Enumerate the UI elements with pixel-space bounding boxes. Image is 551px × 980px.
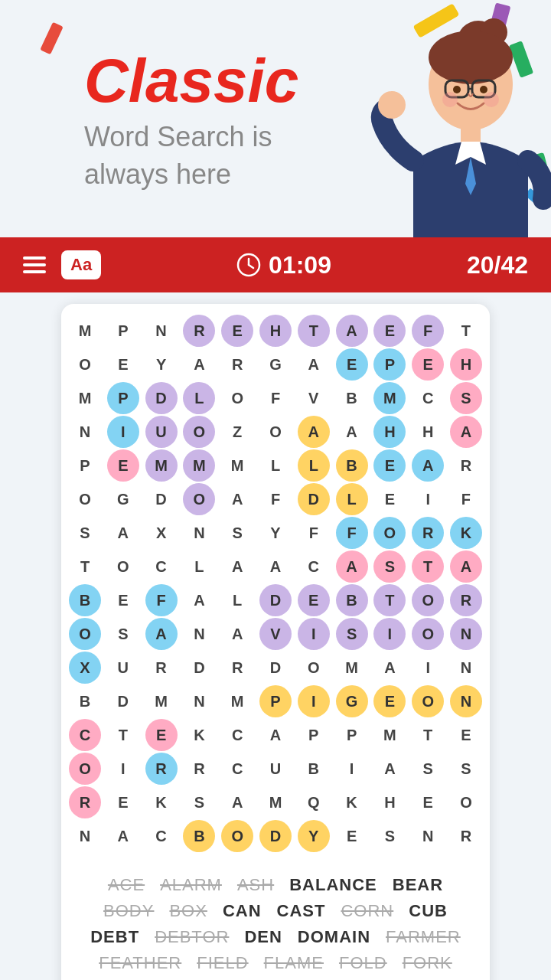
cell-11-10[interactable]: N bbox=[450, 685, 482, 717]
cell-8-0[interactable]: B bbox=[69, 584, 101, 616]
word-item-domain[interactable]: DOMAIN bbox=[298, 927, 370, 947]
cell-5-6[interactable]: D bbox=[298, 483, 330, 515]
cell-3-9[interactable]: H bbox=[412, 416, 444, 448]
cell-11-3[interactable]: N bbox=[183, 685, 215, 717]
cell-7-4[interactable]: A bbox=[221, 550, 253, 583]
cell-1-8[interactable]: P bbox=[373, 348, 406, 381]
word-item-balance[interactable]: BALANCE bbox=[289, 875, 377, 895]
cell-13-10[interactable]: S bbox=[450, 753, 482, 785]
cell-0-2[interactable]: N bbox=[145, 315, 178, 347]
cell-2-6[interactable]: V bbox=[298, 382, 330, 414]
cell-4-9[interactable]: A bbox=[412, 449, 444, 482]
cell-15-9[interactable]: N bbox=[412, 820, 444, 852]
word-grid[interactable]: MPNREHTAEFTOEYARGAEPEHMPDLOFVBMCSNIUOZOA… bbox=[61, 304, 490, 860]
cell-2-10[interactable]: S bbox=[450, 382, 482, 414]
cell-10-9[interactable]: I bbox=[412, 652, 444, 684]
cell-1-10[interactable]: H bbox=[450, 348, 482, 381]
cell-14-1[interactable]: E bbox=[107, 786, 139, 818]
cell-14-4[interactable]: A bbox=[221, 786, 253, 818]
cell-6-6[interactable]: F bbox=[298, 517, 330, 549]
cell-11-4[interactable]: M bbox=[221, 685, 253, 717]
cell-5-5[interactable]: F bbox=[259, 483, 292, 515]
cell-7-7[interactable]: A bbox=[336, 550, 368, 583]
cell-7-6[interactable]: C bbox=[298, 550, 330, 583]
cell-3-10[interactable]: A bbox=[450, 416, 482, 448]
word-item-corn[interactable]: CORN bbox=[341, 901, 393, 921]
word-item-ash[interactable]: ASH bbox=[237, 875, 274, 895]
cell-5-8[interactable]: E bbox=[373, 483, 406, 515]
cell-10-7[interactable]: M bbox=[336, 652, 368, 684]
cell-11-9[interactable]: O bbox=[412, 685, 444, 717]
cell-12-4[interactable]: C bbox=[221, 719, 253, 751]
word-item-body[interactable]: BODY bbox=[103, 901, 154, 921]
cell-3-2[interactable]: U bbox=[145, 416, 178, 448]
cell-10-0[interactable]: X bbox=[69, 652, 101, 684]
cell-12-7[interactable]: P bbox=[336, 719, 368, 751]
cell-9-6[interactable]: I bbox=[298, 618, 330, 650]
cell-14-9[interactable]: E bbox=[412, 786, 444, 818]
word-item-farmer[interactable]: FARMER bbox=[386, 927, 461, 947]
cell-3-3[interactable]: O bbox=[183, 416, 215, 448]
cell-5-3[interactable]: O bbox=[183, 483, 215, 515]
cell-2-3[interactable]: L bbox=[183, 382, 215, 414]
word-item-flame[interactable]: FLAME bbox=[264, 953, 324, 973]
cell-7-3[interactable]: L bbox=[183, 550, 215, 583]
cell-0-5[interactable]: H bbox=[259, 315, 292, 347]
cell-10-4[interactable]: R bbox=[221, 652, 253, 684]
word-item-debt[interactable]: DEBT bbox=[90, 927, 139, 947]
cell-4-5[interactable]: L bbox=[259, 449, 292, 482]
cell-4-1[interactable]: E bbox=[107, 449, 139, 482]
cell-1-5[interactable]: G bbox=[259, 348, 292, 381]
cell-2-4[interactable]: O bbox=[221, 382, 253, 414]
cell-10-8[interactable]: A bbox=[373, 652, 406, 684]
cell-0-7[interactable]: A bbox=[336, 315, 368, 347]
cell-10-1[interactable]: U bbox=[107, 652, 139, 684]
word-item-field[interactable]: FIELD bbox=[197, 953, 248, 973]
cell-7-8[interactable]: S bbox=[373, 550, 406, 583]
cell-13-0[interactable]: O bbox=[69, 753, 101, 785]
cell-3-4[interactable]: Z bbox=[221, 416, 253, 448]
word-item-cub[interactable]: CUB bbox=[409, 901, 448, 921]
cell-14-2[interactable]: K bbox=[145, 786, 178, 818]
cell-9-0[interactable]: O bbox=[69, 618, 101, 650]
cell-3-7[interactable]: A bbox=[336, 416, 368, 448]
cell-4-10[interactable]: R bbox=[450, 449, 482, 482]
cell-12-0[interactable]: C bbox=[69, 719, 101, 751]
cell-12-10[interactable]: E bbox=[450, 719, 482, 751]
cell-15-6[interactable]: Y bbox=[298, 820, 330, 852]
word-item-alarm[interactable]: ALARM bbox=[160, 875, 222, 895]
cell-10-10[interactable]: N bbox=[450, 652, 482, 684]
cell-9-10[interactable]: N bbox=[450, 618, 482, 650]
cell-6-5[interactable]: Y bbox=[259, 517, 292, 549]
cell-9-3[interactable]: N bbox=[183, 618, 215, 650]
cell-2-9[interactable]: C bbox=[412, 382, 444, 414]
cell-3-8[interactable]: H bbox=[373, 416, 406, 448]
cell-11-2[interactable]: M bbox=[145, 685, 178, 717]
cell-14-10[interactable]: O bbox=[450, 786, 482, 818]
cell-13-7[interactable]: I bbox=[336, 753, 368, 785]
cell-14-7[interactable]: K bbox=[336, 786, 368, 818]
cell-2-7[interactable]: B bbox=[336, 382, 368, 414]
cell-13-1[interactable]: I bbox=[107, 753, 139, 785]
cell-7-5[interactable]: A bbox=[259, 550, 292, 583]
cell-9-9[interactable]: O bbox=[412, 618, 444, 650]
cell-12-3[interactable]: K bbox=[183, 719, 215, 751]
cell-11-1[interactable]: D bbox=[107, 685, 139, 717]
cell-8-1[interactable]: E bbox=[107, 584, 139, 616]
cell-7-9[interactable]: T bbox=[412, 550, 444, 583]
cell-15-8[interactable]: S bbox=[373, 820, 406, 852]
cell-6-2[interactable]: X bbox=[145, 517, 178, 549]
cell-14-0[interactable]: R bbox=[69, 786, 101, 818]
cell-5-9[interactable]: I bbox=[412, 483, 444, 515]
cell-8-6[interactable]: E bbox=[298, 584, 330, 616]
cell-15-4[interactable]: O bbox=[221, 820, 253, 852]
cell-1-4[interactable]: R bbox=[221, 348, 253, 381]
cell-1-9[interactable]: E bbox=[412, 348, 444, 381]
cell-12-1[interactable]: T bbox=[107, 719, 139, 751]
cell-11-8[interactable]: E bbox=[373, 685, 406, 717]
cell-6-1[interactable]: A bbox=[107, 517, 139, 549]
cell-2-8[interactable]: M bbox=[373, 382, 406, 414]
cell-12-6[interactable]: P bbox=[298, 719, 330, 751]
cell-0-4[interactable]: E bbox=[221, 315, 253, 347]
cell-4-0[interactable]: P bbox=[69, 449, 101, 482]
